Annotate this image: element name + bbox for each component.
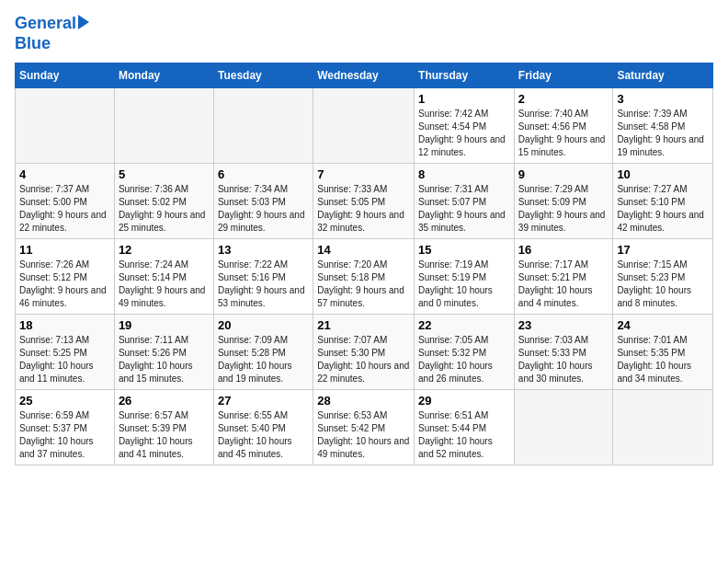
weekday-header: Monday — [114, 63, 213, 87]
logo: General Blue — [15, 15, 89, 53]
day-number: 12 — [119, 243, 210, 257]
day-info: Sunrise: 7:19 AM Sunset: 5:19 PM Dayligh… — [418, 259, 510, 310]
day-number: 21 — [317, 318, 410, 332]
day-number: 24 — [617, 318, 709, 332]
day-number: 29 — [418, 394, 510, 408]
calendar-table: SundayMondayTuesdayWednesdayThursdayFrid… — [15, 63, 713, 465]
calendar-cell: 26Sunrise: 6:57 AM Sunset: 5:39 PM Dayli… — [114, 389, 213, 465]
calendar-week-row: 25Sunrise: 6:59 AM Sunset: 5:37 PM Dayli… — [16, 389, 713, 465]
calendar-cell: 10Sunrise: 7:27 AM Sunset: 5:10 PM Dayli… — [613, 163, 713, 238]
day-info: Sunrise: 7:11 AM Sunset: 5:26 PM Dayligh… — [119, 334, 210, 385]
calendar-week-row: 4Sunrise: 7:37 AM Sunset: 5:00 PM Daylig… — [16, 163, 713, 238]
day-number: 17 — [617, 243, 709, 257]
day-info: Sunrise: 7:37 AM Sunset: 5:00 PM Dayligh… — [19, 183, 110, 235]
day-number: 28 — [317, 394, 410, 408]
calendar-week-row: 1Sunrise: 7:42 AM Sunset: 4:54 PM Daylig… — [16, 87, 713, 163]
day-info: Sunrise: 7:03 AM Sunset: 5:33 PM Dayligh… — [518, 334, 609, 385]
calendar-cell: 13Sunrise: 7:22 AM Sunset: 5:16 PM Dayli… — [213, 238, 313, 314]
calendar-cell: 27Sunrise: 6:55 AM Sunset: 5:40 PM Dayli… — [213, 389, 313, 465]
day-number: 23 — [518, 318, 609, 332]
calendar-cell — [114, 87, 213, 163]
day-info: Sunrise: 7:22 AM Sunset: 5:16 PM Dayligh… — [218, 259, 309, 310]
calendar-cell: 29Sunrise: 6:51 AM Sunset: 5:44 PM Dayli… — [415, 389, 515, 465]
day-info: Sunrise: 7:40 AM Sunset: 4:56 PM Dayligh… — [518, 108, 609, 159]
weekday-header: Thursday — [415, 63, 515, 87]
weekday-header: Wednesday — [313, 63, 415, 87]
day-info: Sunrise: 7:13 AM Sunset: 5:25 PM Dayligh… — [19, 334, 110, 385]
calendar-week-row: 18Sunrise: 7:13 AM Sunset: 5:25 PM Dayli… — [16, 314, 713, 389]
calendar-cell: 4Sunrise: 7:37 AM Sunset: 5:00 PM Daylig… — [16, 163, 115, 238]
calendar-cell: 14Sunrise: 7:20 AM Sunset: 5:18 PM Dayli… — [313, 238, 415, 314]
day-info: Sunrise: 7:24 AM Sunset: 5:14 PM Dayligh… — [119, 259, 210, 310]
calendar-cell: 19Sunrise: 7:11 AM Sunset: 5:26 PM Dayli… — [114, 314, 213, 389]
day-number: 5 — [119, 167, 210, 181]
day-info: Sunrise: 6:59 AM Sunset: 5:37 PM Dayligh… — [19, 409, 110, 461]
day-number: 10 — [617, 167, 709, 181]
calendar-cell: 8Sunrise: 7:31 AM Sunset: 5:07 PM Daylig… — [415, 163, 515, 238]
day-info: Sunrise: 7:15 AM Sunset: 5:23 PM Dayligh… — [617, 259, 709, 310]
day-number: 7 — [317, 167, 410, 181]
day-info: Sunrise: 7:33 AM Sunset: 5:05 PM Dayligh… — [317, 183, 410, 235]
calendar-cell: 28Sunrise: 6:53 AM Sunset: 5:42 PM Dayli… — [313, 389, 415, 465]
calendar-cell: 25Sunrise: 6:59 AM Sunset: 5:37 PM Dayli… — [16, 389, 115, 465]
day-info: Sunrise: 7:01 AM Sunset: 5:35 PM Dayligh… — [617, 334, 709, 385]
day-info: Sunrise: 7:29 AM Sunset: 5:09 PM Dayligh… — [518, 183, 609, 235]
day-number: 25 — [19, 394, 110, 408]
weekday-header: Tuesday — [213, 63, 313, 87]
day-number: 6 — [218, 167, 309, 181]
day-number: 22 — [418, 318, 510, 332]
logo-blue-text: Blue — [15, 35, 51, 53]
calendar-cell: 11Sunrise: 7:26 AM Sunset: 5:12 PM Dayli… — [16, 238, 115, 314]
day-number: 2 — [518, 92, 609, 106]
day-number: 13 — [218, 243, 309, 257]
day-info: Sunrise: 7:09 AM Sunset: 5:28 PM Dayligh… — [218, 334, 309, 385]
calendar-cell: 5Sunrise: 7:36 AM Sunset: 5:02 PM Daylig… — [114, 163, 213, 238]
day-number: 4 — [19, 167, 110, 181]
calendar-cell: 15Sunrise: 7:19 AM Sunset: 5:19 PM Dayli… — [415, 238, 515, 314]
logo-arrow-icon — [78, 15, 89, 29]
logo-text: General — [15, 15, 76, 33]
calendar-cell: 23Sunrise: 7:03 AM Sunset: 5:33 PM Dayli… — [514, 314, 613, 389]
weekday-header: Friday — [514, 63, 613, 87]
day-info: Sunrise: 7:42 AM Sunset: 4:54 PM Dayligh… — [418, 108, 510, 159]
calendar-cell: 9Sunrise: 7:29 AM Sunset: 5:09 PM Daylig… — [514, 163, 613, 238]
calendar-cell: 17Sunrise: 7:15 AM Sunset: 5:23 PM Dayli… — [613, 238, 713, 314]
calendar-body: 1Sunrise: 7:42 AM Sunset: 4:54 PM Daylig… — [16, 87, 713, 465]
calendar-cell — [613, 389, 713, 465]
calendar-week-row: 11Sunrise: 7:26 AM Sunset: 5:12 PM Dayli… — [16, 238, 713, 314]
day-info: Sunrise: 7:05 AM Sunset: 5:32 PM Dayligh… — [418, 334, 510, 385]
calendar-cell: 24Sunrise: 7:01 AM Sunset: 5:35 PM Dayli… — [613, 314, 713, 389]
day-number: 20 — [218, 318, 309, 332]
calendar-cell: 3Sunrise: 7:39 AM Sunset: 4:58 PM Daylig… — [613, 87, 713, 163]
day-number: 18 — [19, 318, 110, 332]
day-info: Sunrise: 7:36 AM Sunset: 5:02 PM Dayligh… — [119, 183, 210, 235]
day-info: Sunrise: 7:07 AM Sunset: 5:30 PM Dayligh… — [317, 334, 410, 385]
day-info: Sunrise: 7:27 AM Sunset: 5:10 PM Dayligh… — [617, 183, 709, 235]
calendar-cell: 22Sunrise: 7:05 AM Sunset: 5:32 PM Dayli… — [415, 314, 515, 389]
calendar-cell: 18Sunrise: 7:13 AM Sunset: 5:25 PM Dayli… — [16, 314, 115, 389]
day-number: 16 — [518, 243, 609, 257]
calendar-cell: 6Sunrise: 7:34 AM Sunset: 5:03 PM Daylig… — [213, 163, 313, 238]
day-number: 11 — [19, 243, 110, 257]
day-info: Sunrise: 7:31 AM Sunset: 5:07 PM Dayligh… — [418, 183, 510, 235]
day-info: Sunrise: 6:53 AM Sunset: 5:42 PM Dayligh… — [317, 409, 410, 461]
calendar-cell — [313, 87, 415, 163]
day-number: 9 — [518, 167, 609, 181]
calendar-cell: 2Sunrise: 7:40 AM Sunset: 4:56 PM Daylig… — [514, 87, 613, 163]
calendar-cell — [16, 87, 115, 163]
day-number: 15 — [418, 243, 510, 257]
day-info: Sunrise: 7:34 AM Sunset: 5:03 PM Dayligh… — [218, 183, 309, 235]
calendar-cell: 16Sunrise: 7:17 AM Sunset: 5:21 PM Dayli… — [514, 238, 613, 314]
day-number: 1 — [418, 92, 510, 106]
day-number: 27 — [218, 394, 309, 408]
day-info: Sunrise: 7:39 AM Sunset: 4:58 PM Dayligh… — [617, 108, 709, 159]
day-number: 3 — [617, 92, 709, 106]
day-info: Sunrise: 7:20 AM Sunset: 5:18 PM Dayligh… — [317, 259, 410, 310]
weekday-header: Saturday — [613, 63, 713, 87]
weekday-header: Sunday — [16, 63, 115, 87]
day-info: Sunrise: 7:26 AM Sunset: 5:12 PM Dayligh… — [19, 259, 110, 310]
calendar-cell — [514, 389, 613, 465]
calendar-cell: 1Sunrise: 7:42 AM Sunset: 4:54 PM Daylig… — [415, 87, 515, 163]
day-number: 8 — [418, 167, 510, 181]
day-number: 19 — [119, 318, 210, 332]
